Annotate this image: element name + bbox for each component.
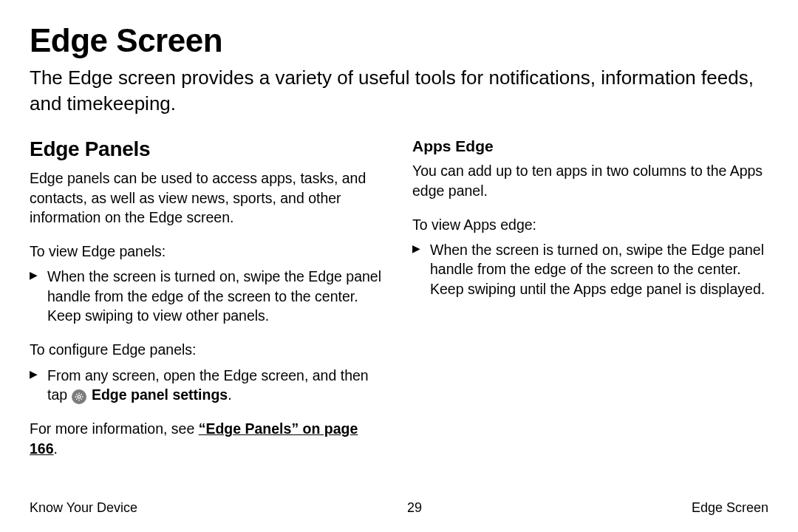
view-edge-panels-lead: To view Edge panels:: [30, 242, 386, 261]
view-apps-edge-steps: When the screen is turned on, swipe the …: [412, 240, 768, 299]
configure-step-post: .: [228, 386, 231, 403]
apps-edge-heading: Apps Edge: [412, 137, 768, 155]
view-apps-edge-step: When the screen is turned on, swipe the …: [430, 240, 768, 299]
more-info-post: .: [54, 440, 58, 457]
gear-icon: [72, 389, 86, 404]
view-apps-edge-lead: To view Apps edge:: [412, 215, 768, 234]
more-info: For more information, see “Edge Panels” …: [30, 419, 386, 458]
configure-edge-panels-lead: To configure Edge panels:: [30, 340, 386, 359]
edge-panels-body: Edge panels can be used to access apps, …: [30, 168, 386, 227]
svg-point-0: [78, 395, 81, 398]
edge-panel-settings-label: Edge panel settings: [92, 386, 228, 403]
view-edge-panels-step: When the screen is turned on, swipe the …: [47, 267, 386, 325]
content-columns: Edge Panels Edge panels can be used to a…: [30, 137, 768, 473]
view-edge-panels-steps: When the screen is turned on, swipe the …: [30, 267, 386, 325]
footer-page-number: 29: [407, 500, 422, 516]
page-footer: Know Your Device 29 Edge Screen: [30, 500, 768, 516]
configure-edge-panels-step: From any screen, open the Edge screen, a…: [47, 366, 386, 405]
manual-page: Edge Screen The Edge screen provides a v…: [0, 0, 798, 532]
page-intro: The Edge screen provides a variety of us…: [30, 65, 768, 117]
left-column: Edge Panels Edge panels can be used to a…: [30, 137, 386, 473]
more-info-pre: For more information, see: [30, 420, 199, 437]
configure-edge-panels-steps: From any screen, open the Edge screen, a…: [30, 366, 386, 405]
edge-panels-heading: Edge Panels: [30, 137, 386, 161]
footer-left: Know Your Device: [30, 500, 137, 516]
apps-edge-body: You can add up to ten apps in two column…: [412, 161, 768, 200]
right-column: Apps Edge You can add up to ten apps in …: [412, 137, 768, 473]
footer-right: Edge Screen: [692, 500, 768, 516]
page-title: Edge Screen: [30, 22, 768, 59]
